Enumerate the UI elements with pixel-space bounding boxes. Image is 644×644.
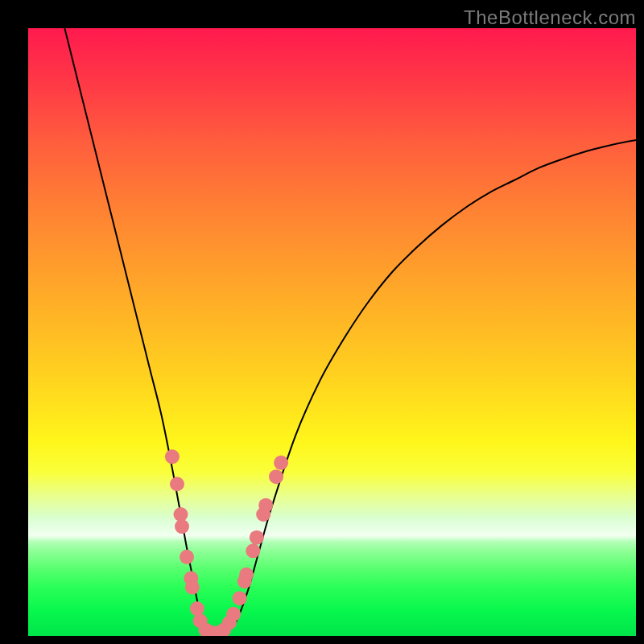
highlight-dot <box>175 519 189 534</box>
highlight-dot <box>274 456 288 470</box>
highlight-dot <box>165 449 180 464</box>
highlight-dot <box>233 591 247 605</box>
highlight-dot <box>185 580 200 595</box>
chart-frame: TheBottleneck.com <box>0 0 644 644</box>
bottleneck-curve <box>64 28 636 634</box>
highlight-dot <box>250 530 264 545</box>
plot-svg <box>28 28 636 636</box>
highlight-dot <box>180 550 194 564</box>
plot-area <box>28 28 636 636</box>
highlight-dot <box>190 601 204 616</box>
highlight-dot <box>170 477 184 491</box>
highlight-dot <box>226 607 241 621</box>
highlight-dot <box>258 498 273 513</box>
watermark-text: TheBottleneck.com <box>464 6 636 29</box>
highlight-dot <box>269 469 283 484</box>
highlight-dot <box>239 568 254 582</box>
highlight-dot <box>246 543 260 558</box>
